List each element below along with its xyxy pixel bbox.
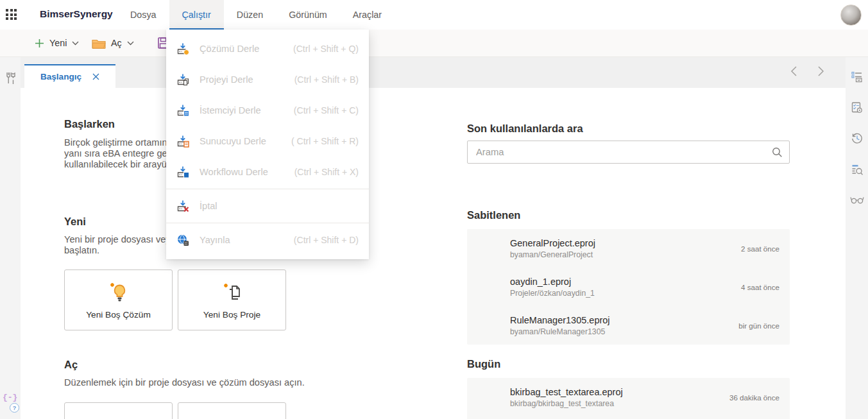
- bimser-synergy-window: BimserSynergy Dosya Çalıştır Düzen Görün…: [0, 0, 868, 419]
- card-label: Yeni Boş Proje: [203, 310, 260, 320]
- json-help-icon[interactable]: {-} ?: [3, 391, 19, 413]
- menu-calistir[interactable]: Çalıştır: [169, 0, 224, 30]
- new-section-title: Yeni: [64, 216, 86, 228]
- plus-icon: [35, 38, 44, 48]
- open-section-title: Aç: [64, 359, 78, 371]
- menu-item-cozumu-derle[interactable]: Çözümü Derle (Ctrl + Shift + Q): [166, 33, 369, 64]
- menu-item-projeyi-derle[interactable]: Projeyi Derle (Ctrl + Shift + B): [166, 64, 369, 95]
- waffle-icon[interactable]: [6, 9, 19, 22]
- new-solution-bulb-icon: [107, 281, 130, 304]
- app-title: BimserSynergy: [40, 8, 113, 20]
- chevron-right-icon[interactable]: [815, 65, 826, 77]
- new-button-label: Yeni: [49, 38, 67, 48]
- menu-item-yayinla[interactable]: Yayınla (Ctrl + Shift + D): [166, 225, 369, 255]
- chevron-left-icon[interactable]: [789, 65, 799, 77]
- top-bar: BimserSynergy Dosya Çalıştır Düzen Görün…: [0, 0, 868, 30]
- menu-item-istemciyi-derle[interactable]: İstemciyi Derle (Ctrl + Shift + C): [166, 95, 369, 126]
- open-section-description: Düzenlemek için bir proje dosyası ve çöz…: [64, 377, 411, 388]
- menu-divider: [166, 223, 369, 223]
- recent-search-input[interactable]: [467, 141, 790, 164]
- chevron-down-icon: [127, 41, 134, 46]
- folder-icon: [92, 38, 106, 49]
- history-icon[interactable]: [851, 132, 864, 145]
- build-project-icon: [176, 73, 191, 86]
- menu-item-iptal[interactable]: İptal: [166, 191, 369, 221]
- find-results-icon[interactable]: [851, 164, 864, 176]
- search-icon[interactable]: [772, 147, 783, 158]
- open-button-label: Aç: [111, 38, 122, 48]
- right-rail: [846, 56, 868, 419]
- today-title: Bugün: [467, 358, 500, 370]
- open-project-card[interactable]: [178, 402, 286, 419]
- tab-baslangic-label: Başlangıç: [40, 72, 81, 81]
- menu-divider: [166, 189, 369, 189]
- list-item[interactable]: bkirbag_test_textarea.eproj bkirbag/bkir…: [467, 378, 790, 416]
- list-item[interactable]: GeneralProject.eproj byaman/GeneralProje…: [467, 229, 790, 268]
- tab-strip: Başlangıç: [21, 56, 846, 88]
- menu-bar: Dosya Çalıştır Düzen Görünüm Araçlar: [117, 0, 395, 30]
- recent-search-box: [467, 141, 790, 164]
- today-list: bkirbag_test_textarea.eproj bkirbag/bkir…: [467, 378, 790, 419]
- left-rail: {-} ?: [0, 56, 21, 419]
- menu-duzen[interactable]: Düzen: [224, 0, 276, 30]
- menu-gorunum[interactable]: Görünüm: [276, 0, 340, 30]
- new-button[interactable]: Yeni: [35, 30, 79, 56]
- build-solution-icon: [176, 42, 191, 55]
- open-solution-card[interactable]: [64, 402, 173, 419]
- recent-search-title: Son kullanılanlarda ara: [467, 123, 583, 135]
- new-project-pages-icon: [221, 281, 244, 304]
- tools-icon[interactable]: [4, 71, 17, 85]
- menu-item-sunucuyu-derle[interactable]: Sunucuyu Derle ( Ctrl + Shift + R): [166, 126, 369, 157]
- recent-file-time: 4 saat önce: [741, 283, 779, 291]
- menu-araclar[interactable]: Araçlar: [340, 0, 395, 30]
- pinned-list: GeneralProject.eproj byaman/GeneralProje…: [467, 229, 790, 345]
- open-cards: [64, 402, 286, 419]
- outline-panel-icon[interactable]: [851, 71, 863, 83]
- publish-icon: [176, 234, 191, 246]
- run-menu-dropdown: Çözümü Derle (Ctrl + Shift + Q) Projeyi …: [166, 30, 369, 259]
- new-empty-solution-card[interactable]: Yeni Boş Çözüm: [64, 269, 173, 330]
- tab-baslangic[interactable]: Başlangıç: [24, 64, 115, 88]
- recent-file-time: 36 dakika önce: [729, 393, 779, 402]
- new-empty-project-card[interactable]: Yeni Boş Proje: [178, 269, 286, 330]
- avatar[interactable]: [840, 4, 862, 26]
- menu-item-workflowu-derle[interactable]: Workflowu Derle (Ctrl + Shift + X): [166, 157, 369, 187]
- cancel-build-icon: [176, 200, 191, 212]
- getting-started-title: Başlarken: [64, 118, 115, 130]
- toolbar: Yeni Aç: [0, 30, 868, 57]
- glasses-icon[interactable]: [850, 194, 864, 205]
- recent-file-time: 2 saat önce: [741, 244, 779, 253]
- pinned-title: Sabitlenen: [467, 209, 520, 221]
- open-button[interactable]: Aç: [92, 30, 134, 56]
- close-icon[interactable]: [92, 73, 99, 80]
- chevron-down-icon: [72, 41, 79, 46]
- list-item[interactable]: RuleManager1305.eproj byaman/RuleManager…: [467, 306, 790, 345]
- card-label: Yeni Boş Çözüm: [86, 310, 151, 320]
- new-cards: Yeni Boş Çözüm Yeni Boş Proje: [64, 269, 286, 330]
- checklist-settings-icon[interactable]: [851, 101, 863, 114]
- build-server-icon: [176, 135, 191, 148]
- recent-file-time: bir gün önce: [738, 321, 779, 330]
- menu-dosya[interactable]: Dosya: [117, 0, 169, 30]
- start-page: Başlarken Birçok geliştirme ortamında bu…: [21, 88, 846, 419]
- build-client-icon: [176, 104, 191, 117]
- list-item[interactable]: oaydin_1.eproj Projeler/özkan/oaydin_1 4…: [467, 268, 790, 306]
- build-workflow-icon: [176, 166, 191, 178]
